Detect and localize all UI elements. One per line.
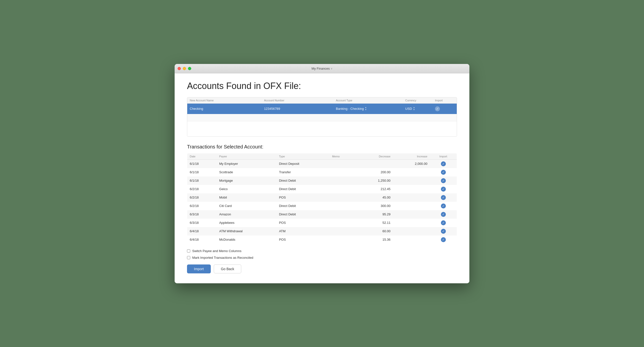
transactions-header-row: Date Payee Type Memo Decrease Increase I… (187, 153, 457, 159)
stepper-up-icon: ▲ (365, 107, 367, 109)
th-decrease: Decrease (356, 153, 393, 159)
main-window: My Finances ∨ Accounts Found in OFX File… (174, 64, 470, 283)
td-memo (330, 227, 356, 235)
td-decrease: 45.00 (356, 193, 393, 202)
account-type-cell: Banking - Checking ▲ ▼ (336, 107, 405, 111)
account-row[interactable]: Checking 123456789 Banking - Checking ▲ … (187, 104, 457, 114)
import-check-icon: ✓ (441, 229, 446, 234)
currency-stepper[interactable]: ▲ ▼ (413, 107, 415, 111)
td-payee: Mobil (217, 193, 276, 202)
import-check-icon: ✓ (441, 161, 446, 166)
td-memo (330, 202, 356, 210)
import-check-icon: ✓ (441, 237, 446, 242)
td-memo (330, 176, 356, 185)
td-type: ATM (276, 227, 330, 235)
td-increase (393, 176, 430, 185)
account-import-cell[interactable]: ✓ (435, 106, 455, 111)
currency-stepper-down-icon: ▼ (413, 109, 415, 111)
page-heading: Accounts Found in OFX File: (187, 81, 457, 91)
td-memo (330, 193, 356, 202)
td-decrease (356, 159, 393, 168)
switch-payee-memo-checkbox[interactable] (187, 249, 190, 253)
mark-reconciled-checkbox[interactable] (187, 256, 190, 259)
transaction-row[interactable]: 6/2/18MobilPOS45.00✓ (187, 193, 457, 202)
td-decrease: 60.00 (356, 227, 393, 235)
td-payee: Scottrade (217, 168, 276, 176)
accounts-table-header: New Account Name Account Number Account … (187, 97, 457, 104)
transaction-row[interactable]: 6/2/18Citi CardDirect Debit300.00✓ (187, 202, 457, 210)
transaction-row[interactable]: 6/3/18AmazonDirect Debit95.29✓ (187, 210, 457, 219)
td-type: POS (276, 219, 330, 227)
currency-stepper-up-icon: ▲ (413, 107, 415, 109)
import-check-icon: ✓ (441, 170, 446, 175)
td-increase (393, 168, 430, 176)
td-import[interactable]: ✓ (430, 219, 457, 227)
td-memo (330, 185, 356, 193)
td-import[interactable]: ✓ (430, 227, 457, 235)
td-import[interactable]: ✓ (430, 235, 457, 244)
currency-cell: USD ▲ ▼ (405, 107, 435, 111)
td-date: 6/3/18 (187, 210, 217, 219)
account-number: 123456789 (264, 107, 336, 111)
transaction-row[interactable]: 6/3/18ApplebeesPOS52.11✓ (187, 219, 457, 227)
import-check-icon: ✓ (441, 195, 446, 200)
transaction-row[interactable]: 6/4/18ATM WithdrawalATM60.00✓ (187, 227, 457, 235)
td-decrease: 200.00 (356, 168, 393, 176)
td-increase (393, 210, 430, 219)
td-memo (330, 235, 356, 244)
td-import[interactable]: ✓ (430, 185, 457, 193)
col-header-number: Account Number (264, 99, 336, 102)
th-type: Type (276, 153, 330, 159)
td-decrease: 1,250.00 (356, 176, 393, 185)
td-payee: Mortgage (217, 176, 276, 185)
td-import[interactable]: ✓ (430, 168, 457, 176)
account-type-stepper[interactable]: ▲ ▼ (365, 107, 367, 111)
td-date: 6/1/18 (187, 176, 217, 185)
transaction-row[interactable]: 6/2/18GeicoDirect Debit212.45✓ (187, 185, 457, 193)
switch-payee-memo-label[interactable]: Switch Payee and Memo Columns (192, 249, 242, 253)
td-import[interactable]: ✓ (430, 193, 457, 202)
td-type: POS (276, 235, 330, 244)
td-import[interactable]: ✓ (430, 176, 457, 185)
title-chevron[interactable]: ∨ (331, 67, 332, 70)
import-check-icon: ✓ (441, 187, 446, 192)
import-button[interactable]: Import (187, 264, 211, 273)
td-increase (393, 235, 430, 244)
stepper-down-icon: ▼ (365, 109, 367, 111)
td-decrease: 300.00 (356, 202, 393, 210)
td-date: 6/2/18 (187, 185, 217, 193)
transaction-row[interactable]: 6/1/18MortgageDirect Debit1,250.00✓ (187, 176, 457, 185)
th-memo: Memo (330, 153, 356, 159)
th-increase: Increase (393, 153, 430, 159)
td-payee: McDonalds (217, 235, 276, 244)
td-date: 6/2/18 (187, 202, 217, 210)
td-decrease: 212.45 (356, 185, 393, 193)
td-memo (330, 210, 356, 219)
account-type-value: Banking - Checking (336, 107, 364, 111)
close-button[interactable] (178, 67, 181, 70)
maximize-button[interactable] (188, 67, 191, 70)
col-header-type: Account Type (336, 99, 405, 102)
mark-reconciled-label[interactable]: Mark Imported Transactions as Reconciled (192, 256, 253, 259)
td-payee: ATM Withdrawal (217, 227, 276, 235)
transaction-row[interactable]: 6/4/18McDonaldsPOS15.36✓ (187, 235, 457, 244)
go-back-button[interactable]: Go Back (214, 264, 242, 273)
transaction-row[interactable]: 6/1/18ScottradeTransfer200.00✓ (187, 168, 457, 176)
td-date: 6/3/18 (187, 219, 217, 227)
transactions-table: Date Payee Type Memo Decrease Increase I… (187, 153, 457, 244)
transaction-row[interactable]: 6/1/18My EmployerDirect Deposit2,000.00✓ (187, 159, 457, 168)
td-payee: Amazon (217, 210, 276, 219)
td-memo (330, 159, 356, 168)
import-check-icon: ✓ (441, 220, 446, 225)
minimize-button[interactable] (183, 67, 186, 70)
td-import[interactable]: ✓ (430, 159, 457, 168)
col-header-currency: Currency (405, 99, 435, 102)
account-name: Checking (190, 107, 264, 111)
td-import[interactable]: ✓ (430, 210, 457, 219)
td-date: 6/2/18 (187, 193, 217, 202)
switch-payee-memo-row: Switch Payee and Memo Columns (187, 249, 457, 253)
td-type: POS (276, 193, 330, 202)
td-increase (393, 193, 430, 202)
td-import[interactable]: ✓ (430, 202, 457, 210)
td-increase (393, 185, 430, 193)
